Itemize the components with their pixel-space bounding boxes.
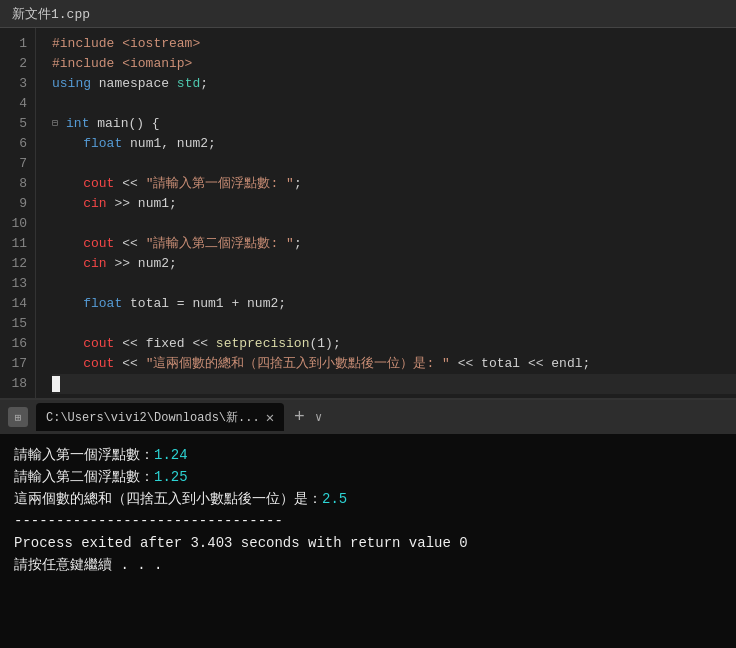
token: cout bbox=[83, 334, 114, 354]
token: cout bbox=[83, 354, 114, 374]
terminal-line: 請輸入第一個浮點數：1.24 bbox=[14, 444, 722, 466]
terminal-line: 這兩個數的總和（四捨五入到小數點後一位）是：2.5 bbox=[14, 488, 722, 510]
tab-add-button[interactable]: + bbox=[288, 407, 311, 427]
code-line bbox=[52, 94, 736, 114]
token bbox=[52, 294, 83, 314]
line-number: 9 bbox=[8, 194, 27, 214]
line-number: 1 bbox=[8, 34, 27, 54]
line-number: 16 bbox=[8, 334, 27, 354]
token bbox=[52, 354, 83, 374]
terminal-tab-bar: ⊞ C:\Users\vivi2\Downloads\新... ✕ + ∨ bbox=[0, 400, 736, 434]
line-number: 15 bbox=[8, 314, 27, 334]
token bbox=[52, 234, 83, 254]
token: float bbox=[83, 294, 122, 314]
token: #include <iostream> bbox=[52, 34, 200, 54]
code-line bbox=[52, 374, 736, 394]
token: ; bbox=[294, 174, 302, 194]
cursor bbox=[52, 376, 60, 392]
token: num1, num2; bbox=[122, 134, 216, 154]
token: ; bbox=[200, 74, 208, 94]
token: "這兩個數的總和（四捨五入到小數點後一位）是: " bbox=[146, 354, 450, 374]
code-line: float num1, num2; bbox=[52, 134, 736, 154]
code-line: cout << "請輸入第二個浮點數: "; bbox=[52, 234, 736, 254]
terminal-body: 請輸入第一個浮點數：1.24請輸入第二個浮點數：1.25這兩個數的總和（四捨五入… bbox=[0, 434, 736, 648]
token: "請輸入第二個浮點數: " bbox=[146, 234, 294, 254]
code-line: return 0; bbox=[52, 394, 736, 398]
terminal-tab[interactable]: C:\Users\vivi2\Downloads\新... ✕ bbox=[36, 403, 284, 431]
token: cin bbox=[83, 254, 106, 274]
token: >> num1; bbox=[107, 194, 177, 214]
token: setprecision bbox=[216, 334, 310, 354]
terminal-result-value: 2.5 bbox=[322, 491, 347, 507]
token: ; bbox=[146, 394, 154, 398]
line-number: 8 bbox=[8, 174, 27, 194]
code-line: cout << fixed << setprecision(1); bbox=[52, 334, 736, 354]
token: main() { bbox=[89, 114, 159, 134]
terminal-prompt: 請輸入第一個浮點數： bbox=[14, 447, 154, 463]
token bbox=[52, 394, 83, 398]
line-number: 7 bbox=[8, 154, 27, 174]
line-number: 6 bbox=[8, 134, 27, 154]
line-number: 19 bbox=[8, 394, 27, 398]
terminal-icon: ⊞ bbox=[8, 407, 28, 427]
terminal-result-label: 這兩個數的總和（四捨五入到小數點後一位）是： bbox=[14, 491, 322, 507]
token: std bbox=[177, 74, 200, 94]
token bbox=[52, 194, 83, 214]
title-bar: 新文件1.cpp bbox=[0, 0, 736, 28]
token: namespace bbox=[91, 74, 177, 94]
terminal-line: 請輸入第二個浮點數：1.25 bbox=[14, 466, 722, 488]
terminal-prompt: 請輸入第二個浮點數： bbox=[14, 469, 154, 485]
terminal-tab-label: C:\Users\vivi2\Downloads\新... bbox=[46, 409, 260, 426]
line-number: 13 bbox=[8, 274, 27, 294]
token: (1); bbox=[309, 334, 340, 354]
token bbox=[52, 334, 83, 354]
filename-label: 新文件1.cpp bbox=[12, 5, 90, 23]
token: using bbox=[52, 74, 91, 94]
line-number: 17 bbox=[8, 354, 27, 374]
token bbox=[130, 394, 138, 398]
terminal-value: 1.25 bbox=[154, 469, 188, 485]
code-line: #include <iomanip> bbox=[52, 54, 736, 74]
token: << fixed << bbox=[114, 334, 215, 354]
line-number: 11 bbox=[8, 234, 27, 254]
code-line: cout << "這兩個數的總和（四捨五入到小數點後一位）是: " << tot… bbox=[52, 354, 736, 374]
code-line: cin >> num1; bbox=[52, 194, 736, 214]
code-line: cout << "請輸入第一個浮點數: "; bbox=[52, 174, 736, 194]
terminal-container: ⊞ C:\Users\vivi2\Downloads\新... ✕ + ∨ 請輸… bbox=[0, 398, 736, 648]
code-line bbox=[52, 274, 736, 294]
token bbox=[52, 254, 83, 274]
line-number: 5 bbox=[8, 114, 27, 134]
token bbox=[52, 134, 83, 154]
line-number: 18 bbox=[8, 374, 27, 394]
token: cout bbox=[83, 174, 114, 194]
token: "請輸入第一個浮點數: " bbox=[146, 174, 294, 194]
tab-close-button[interactable]: ✕ bbox=[266, 409, 274, 426]
code-line bbox=[52, 214, 736, 234]
token: >> num2; bbox=[107, 254, 177, 274]
token: cout bbox=[83, 234, 114, 254]
code-line: #include <iostream> bbox=[52, 34, 736, 54]
token bbox=[52, 174, 83, 194]
tab-chevron-button[interactable]: ∨ bbox=[315, 410, 322, 425]
token: total = num1 + num2; bbox=[122, 294, 286, 314]
line-number: 12 bbox=[8, 254, 27, 274]
collapse-icon[interactable]: ⊟ bbox=[52, 114, 64, 134]
token: << bbox=[114, 354, 145, 374]
token: #include <iomanip> bbox=[52, 54, 192, 74]
line-number: 14 bbox=[8, 294, 27, 314]
token: ; bbox=[294, 234, 302, 254]
line-number: 3 bbox=[8, 74, 27, 94]
terminal-value: 1.24 bbox=[154, 447, 188, 463]
code-line: cin >> num2; bbox=[52, 254, 736, 274]
code-editor: 123456789101112131415161718192021 #inclu… bbox=[0, 28, 736, 398]
code-line: ⊟ int main() { bbox=[52, 114, 736, 134]
code-line bbox=[52, 154, 736, 174]
token: << bbox=[114, 234, 145, 254]
code-content[interactable]: #include <iostream>#include <iomanip>usi… bbox=[36, 28, 736, 398]
line-number: 10 bbox=[8, 214, 27, 234]
terminal-line: Process exited after 3.403 seconds with … bbox=[14, 532, 722, 554]
token: return bbox=[83, 394, 130, 398]
terminal-line: 請按任意鍵繼續 . . . bbox=[14, 554, 722, 576]
code-line: float total = num1 + num2; bbox=[52, 294, 736, 314]
line-number: 4 bbox=[8, 94, 27, 114]
